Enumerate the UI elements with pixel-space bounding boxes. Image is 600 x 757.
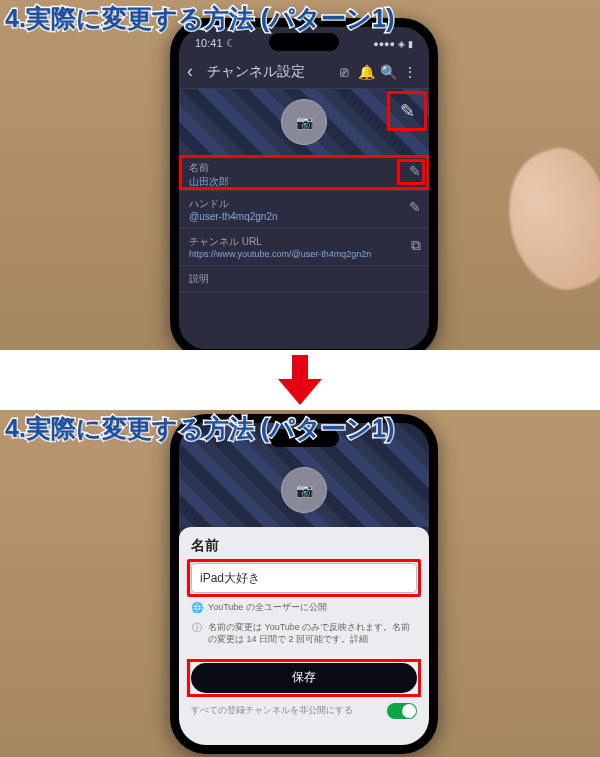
name-input[interactable] [191, 563, 417, 593]
row-label: チャンネル URL [189, 235, 419, 249]
highlight-box [179, 155, 429, 190]
settings-list: 名前 山田次郎 ✎ ハンドル @user-th4mq2gn2n ✎ チャンネル … [179, 155, 429, 349]
arrow-down-icon [278, 355, 322, 405]
copy-icon: ⧉ [411, 237, 421, 253]
info-note: ⓘ 名前の変更は YouTube のみで反映されます。名前の変更は 14 日間で… [191, 621, 417, 645]
tutorial-panel-bottom: 4.実際に変更する方法 (パターン1) 📷 名前 🌐 YouTube の全ユーザ… [0, 410, 600, 757]
back-button[interactable]: ‹ [187, 61, 205, 82]
camera-icon: 📷 [296, 114, 313, 130]
highlight-box [387, 91, 427, 131]
privacy-toggle[interactable] [387, 703, 417, 719]
footer-row: すべての登録チャンネルを非公開にする [191, 703, 417, 719]
arrow-divider [0, 350, 600, 410]
finger [491, 138, 600, 302]
footer-text: すべての登録チャンネルを非公開にする [191, 704, 353, 717]
overlay-title: 4.実際に変更する方法 (パターン1) [5, 2, 394, 35]
visibility-note: 🌐 YouTube の全ユーザーに公開 [191, 601, 417, 615]
info-text: 名前の変更は YouTube のみで反映されます。名前の変更は 14 日間で 2… [208, 621, 417, 645]
notch [269, 33, 339, 51]
globe-icon: 🌐 [191, 601, 203, 615]
overlay-title: 4.実際に変更する方法 (パターン1) [5, 412, 394, 445]
status-time: 10:41 [195, 37, 223, 49]
copy-url-button[interactable]: ⧉ [411, 237, 421, 254]
dnd-icon: ☾ [226, 37, 236, 49]
edit-handle-button[interactable]: ✎ [409, 199, 421, 215]
row-handle[interactable]: ハンドル @user-th4mq2gn2n ✎ [179, 191, 429, 229]
wifi-icon: ◈ [398, 39, 405, 49]
phone-screen: 10:41 ☾ ●●●●◈▮ ‹ チャンネル設定 ⎚ 🔔 🔍 ⋮ 📷 ✎ 名前 [179, 27, 429, 349]
phone-screen: 📷 名前 🌐 YouTube の全ユーザーに公開 ⓘ 名前の変更は YouTub… [179, 423, 429, 745]
cast-icon[interactable]: ⎚ [333, 64, 355, 80]
save-button[interactable]: 保存 [191, 663, 417, 693]
battery-icon: ▮ [408, 39, 413, 49]
signal-icon: ●●●● [373, 39, 395, 49]
row-value: https://www.youtube.com/@user-th4mq2gn2n [189, 249, 419, 259]
row-url[interactable]: チャンネル URL https://www.youtube.com/@user-… [179, 229, 429, 266]
pencil-icon: ✎ [409, 199, 421, 215]
row-label: 説明 [189, 272, 419, 286]
app-bar: ‹ チャンネル設定 ⎚ 🔔 🔍 ⋮ [179, 55, 429, 89]
phone-frame: 📷 名前 🌐 YouTube の全ユーザーに公開 ⓘ 名前の変更は YouTub… [170, 414, 438, 754]
row-name[interactable]: 名前 山田次郎 ✎ [179, 155, 429, 191]
more-icon[interactable]: ⋮ [399, 64, 421, 80]
edit-name-sheet: 名前 🌐 YouTube の全ユーザーに公開 ⓘ 名前の変更は YouTube … [179, 527, 429, 745]
search-icon[interactable]: 🔍 [377, 64, 399, 80]
row-description[interactable]: 説明 [179, 266, 429, 293]
bell-icon[interactable]: 🔔 [355, 64, 377, 80]
tutorial-panel-top: 4.実際に変更する方法 (パターン1) 10:41 ☾ ●●●●◈▮ ‹ チャン… [0, 0, 600, 350]
avatar[interactable]: 📷 [281, 467, 327, 513]
camera-icon: 📷 [296, 482, 313, 498]
row-value: @user-th4mq2gn2n [189, 211, 419, 222]
visibility-text: YouTube の全ユーザーに公開 [208, 601, 327, 615]
phone-frame: 10:41 ☾ ●●●●◈▮ ‹ チャンネル設定 ⎚ 🔔 🔍 ⋮ 📷 ✎ 名前 [170, 18, 438, 350]
page-title: チャンネル設定 [207, 63, 305, 81]
sheet-heading: 名前 [191, 537, 417, 555]
highlight-box [397, 159, 425, 185]
row-label: ハンドル [189, 197, 419, 211]
channel-banner: 📷 ✎ [179, 89, 429, 155]
info-icon: ⓘ [191, 621, 203, 645]
avatar[interactable]: 📷 [281, 99, 327, 145]
